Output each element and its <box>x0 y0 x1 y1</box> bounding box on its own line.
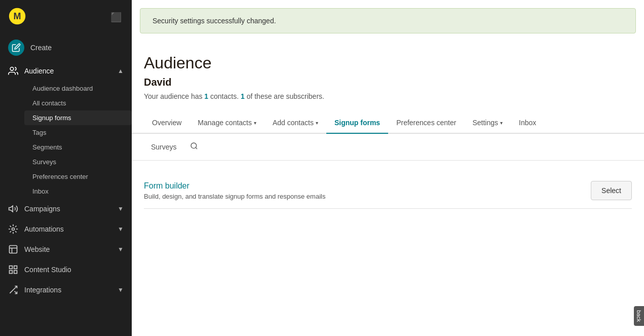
sidebar-item-integrations[interactable]: Integrations ▼ <box>0 280 132 300</box>
settings-caret: ▾ <box>500 120 503 126</box>
sidebar-item-create[interactable]: Create <box>0 34 132 61</box>
tab-manage-contacts[interactable]: Manage contacts ▾ <box>190 113 264 134</box>
tab-manage-contacts-label: Manage contacts <box>198 119 252 127</box>
sidebar-create-label: Create <box>30 44 124 52</box>
form-builder-info: Form builder Build, design, and translat… <box>144 181 325 200</box>
stats-prefix: Your audience has <box>144 92 204 100</box>
integrations-expand-icon: ▼ <box>118 286 124 293</box>
form-builder-card: Form builder Build, design, and translat… <box>144 173 632 209</box>
success-message: Security settings successfully changed. <box>153 17 276 25</box>
sidebar-item-preferences-center[interactable]: Preferences center <box>24 169 132 184</box>
contacts-count: 1 <box>204 92 208 100</box>
page-title: Audience <box>144 54 632 72</box>
tab-add-contacts-label: Add contacts <box>273 119 314 127</box>
secondary-tab-surveys-label: Surveys <box>151 143 177 151</box>
secondary-tab-surveys[interactable]: Surveys <box>144 139 184 155</box>
audience-subnav: Audience dashboard All contacts Signup f… <box>0 81 132 199</box>
tab-signup-forms-label: Signup forms <box>334 119 380 127</box>
website-icon <box>8 244 18 254</box>
svg-marker-3 <box>9 206 13 212</box>
logo[interactable]: M <box>8 7 26 27</box>
content-area: Form builder Build, design, and translat… <box>132 161 644 221</box>
sidebar-item-campaigns[interactable]: Campaigns ▼ <box>0 199 132 219</box>
people-icon <box>8 66 18 76</box>
stats-suffix: of these are subscribers. <box>245 92 324 100</box>
sidebar-item-content-studio[interactable]: Content Studio <box>0 259 132 280</box>
automations-icon <box>8 224 18 234</box>
sidebar: M ⬛ Create Audience ▲ Audience dashb <box>0 0 132 336</box>
sidebar-item-automations[interactable]: Automations ▼ <box>0 219 132 239</box>
svg-text:M: M <box>14 11 21 21</box>
tab-preferences-center-label: Preferences center <box>396 119 456 127</box>
form-builder-title[interactable]: Form builder <box>144 181 325 191</box>
sidebar-item-surveys[interactable]: Surveys <box>24 155 132 169</box>
svg-rect-5 <box>10 246 17 253</box>
tab-overview-label: Overview <box>152 119 181 127</box>
secondary-tabs: Surveys <box>132 134 644 161</box>
tab-preferences-center[interactable]: Preferences center <box>388 113 464 134</box>
search-icon <box>190 142 198 150</box>
svg-rect-10 <box>14 271 17 274</box>
sidebar-website-label: Website <box>24 245 111 253</box>
megaphone-icon <box>8 204 18 214</box>
integrations-icon <box>8 285 18 295</box>
tab-inbox-label: Inbox <box>519 119 536 127</box>
svg-point-14 <box>191 143 197 148</box>
form-builder-description: Build, design, and translate signup form… <box>144 193 325 200</box>
sidebar-header: M ⬛ <box>0 0 132 34</box>
tab-settings-label: Settings <box>472 119 498 127</box>
tab-signup-forms[interactable]: Signup forms <box>326 113 388 134</box>
pencil-icon <box>8 40 24 56</box>
sidebar-integrations-label: Integrations <box>24 286 111 294</box>
search-button[interactable] <box>186 138 202 156</box>
tabs-bar: Overview Manage contacts ▾ Add contacts … <box>132 113 644 134</box>
tab-settings[interactable]: Settings ▾ <box>464 113 511 134</box>
success-banner: Security settings successfully changed. <box>140 8 636 33</box>
manage-contacts-caret: ▾ <box>254 120 256 126</box>
collapse-sidebar-button[interactable]: ⬛ <box>108 10 124 25</box>
sidebar-item-inbox[interactable]: Inbox <box>24 184 132 199</box>
website-expand-icon: ▼ <box>118 246 124 253</box>
tab-add-contacts[interactable]: Add contacts ▾ <box>264 113 326 134</box>
sidebar-item-segments[interactable]: Segments <box>24 140 132 155</box>
sidebar-automations-label: Automations <box>24 225 111 233</box>
back-tab[interactable]: back <box>634 306 644 326</box>
svg-rect-8 <box>10 266 13 269</box>
automations-expand-icon: ▼ <box>118 226 124 233</box>
svg-rect-9 <box>14 266 17 269</box>
sidebar-item-signup-forms[interactable]: Signup forms <box>24 110 132 125</box>
sidebar-item-website[interactable]: Website ▼ <box>0 239 132 259</box>
subscribers-count: 1 <box>241 92 245 100</box>
sidebar-audience-label: Audience <box>24 67 111 75</box>
sidebar-item-all-contacts[interactable]: All contacts <box>24 96 132 110</box>
sidebar-content-studio-label: Content Studio <box>24 266 124 274</box>
content-icon <box>8 265 18 275</box>
select-button[interactable]: Select <box>591 181 632 200</box>
main-content: Security settings successfully changed. … <box>132 0 644 336</box>
audience-name: David <box>144 77 632 88</box>
sidebar-item-audience[interactable]: Audience ▲ <box>0 61 132 81</box>
tab-overview[interactable]: Overview <box>144 113 190 134</box>
audience-stats: Your audience has 1 contacts. 1 of these… <box>144 92 632 100</box>
audience-collapse-icon: ▲ <box>118 67 124 74</box>
sidebar-item-tags[interactable]: Tags <box>24 125 132 140</box>
svg-point-2 <box>10 67 14 71</box>
svg-line-15 <box>196 147 197 149</box>
campaigns-expand-icon: ▼ <box>118 205 124 212</box>
stats-middle: contacts. <box>208 92 241 100</box>
svg-point-4 <box>12 228 15 231</box>
sidebar-item-audience-dashboard[interactable]: Audience dashboard <box>24 81 132 96</box>
page-header: Audience David Your audience has 1 conta… <box>132 42 644 113</box>
sidebar-campaigns-label: Campaigns <box>24 205 111 213</box>
add-contacts-caret: ▾ <box>316 120 318 126</box>
tab-inbox[interactable]: Inbox <box>511 113 544 134</box>
svg-rect-11 <box>10 271 13 274</box>
